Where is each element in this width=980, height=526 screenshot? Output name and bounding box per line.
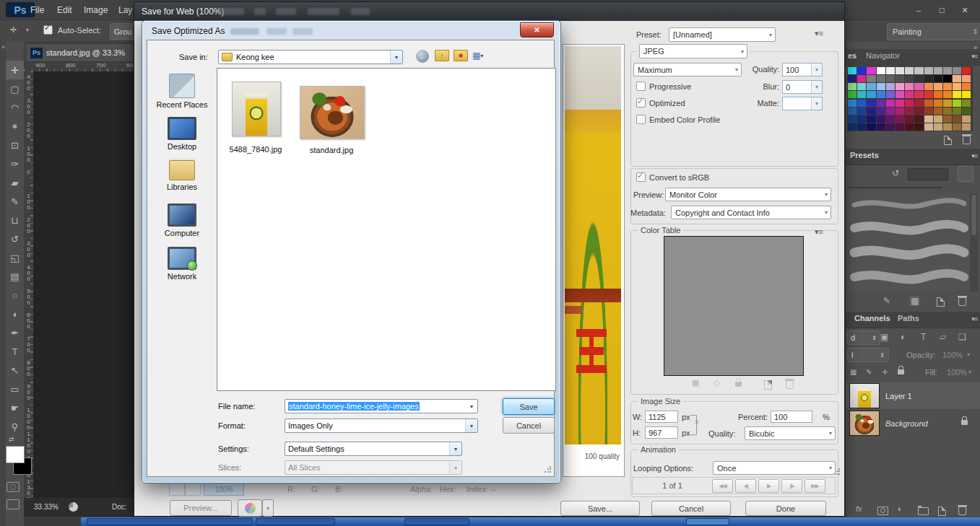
color-swatch[interactable] — [896, 108, 904, 115]
color-swatch[interactable] — [857, 108, 866, 115]
sidebar-item-network[interactable]: Network — [151, 247, 213, 281]
lock-transparency-icon[interactable]: ▦ — [850, 368, 857, 376]
slider-arrow-icon[interactable]: ▾ — [811, 97, 822, 110]
color-swatch[interactable] — [943, 83, 952, 90]
color-swatch[interactable] — [914, 100, 923, 107]
color-swatch[interactable] — [914, 108, 923, 115]
layer-name[interactable]: Background — [885, 419, 928, 428]
new-group-icon[interactable] — [918, 507, 929, 515]
color-swatch[interactable] — [924, 100, 933, 107]
color-swatch[interactable] — [857, 123, 866, 131]
dialog-cancel-button[interactable]: Cancel — [503, 417, 555, 434]
optimized-checkbox[interactable]: ✓ — [636, 98, 646, 108]
color-swatch[interactable] — [962, 115, 971, 123]
color-swatch[interactable] — [896, 83, 904, 90]
color-table-menu-icon[interactable]: ▾≡ — [815, 227, 823, 237]
file-list[interactable]: 5488_7840.jpg standard.jpg — [217, 68, 556, 391]
sidebar-item-desktop[interactable]: Desktop — [151, 117, 213, 151]
color-swatch[interactable] — [962, 100, 971, 107]
color-swatch[interactable] — [914, 75, 923, 82]
move-tool[interactable]: ✛ — [6, 61, 24, 79]
close-button[interactable]: ✕ — [955, 4, 974, 16]
looping-options-dropdown[interactable]: Once▾ — [713, 461, 836, 475]
tab-paths[interactable]: Paths — [898, 314, 919, 323]
new-folder-button[interactable]: ✱ — [454, 50, 468, 61]
color-swatch[interactable] — [896, 100, 904, 107]
color-swatch[interactable] — [905, 123, 914, 131]
color-swatch[interactable] — [953, 108, 961, 115]
color-swatch[interactable] — [953, 123, 961, 131]
color-swatch[interactable] — [934, 100, 942, 107]
color-swatch[interactable] — [953, 83, 961, 90]
sfw-cancel-button[interactable]: Cancel — [651, 501, 731, 516]
sidebar-item-libraries[interactable]: Libraries — [151, 160, 213, 191]
stroke-width-slider[interactable] — [849, 187, 942, 188]
lock-all-icon[interactable] — [898, 369, 904, 374]
color-swatch[interactable] — [943, 100, 952, 107]
color-swatch[interactable] — [896, 75, 904, 82]
color-swatch[interactable] — [905, 91, 914, 98]
format-dropdown[interactable]: Images Only ▾ — [285, 418, 478, 433]
color-swatch[interactable] — [867, 67, 875, 74]
color-swatch[interactable] — [914, 91, 923, 98]
blend-mode-dropdown[interactable]: l ⇕ — [847, 348, 889, 362]
auto-select-checkbox[interactable]: ✓ — [43, 25, 53, 35]
menu-image[interactable]: Image — [84, 5, 108, 15]
progressive-checkbox[interactable] — [636, 82, 646, 91]
height-field[interactable]: 967 — [645, 426, 678, 439]
file-thumbnail-5488[interactable] — [232, 82, 281, 136]
color-swatch[interactable] — [905, 75, 914, 82]
filter-image-icon[interactable]: ▣ — [880, 332, 888, 342]
color-swatch[interactable] — [962, 75, 971, 82]
compression-quality-dropdown[interactable]: Maximum▾ — [633, 63, 742, 76]
color-swatch[interactable] — [962, 91, 971, 98]
color-swatch[interactable] — [905, 83, 914, 90]
color-swatch[interactable] — [905, 67, 914, 74]
collapse-panel-icon[interactable]: » — [1, 43, 5, 51]
sidebar-item-computer[interactable]: Computer — [151, 203, 213, 237]
previous-frame-button[interactable]: ◀| — [735, 479, 756, 493]
color-swatch[interactable] — [848, 75, 857, 82]
color-swatch[interactable] — [924, 75, 933, 82]
layer-row-layer1[interactable]: Layer 1 — [846, 382, 980, 409]
color-swatch[interactable] — [953, 115, 961, 123]
color-swatch[interactable] — [934, 108, 942, 115]
zoom-tool[interactable]: ⚲ — [6, 417, 24, 436]
slider-arrow-icon[interactable]: ▾ — [811, 63, 822, 76]
color-swatch[interactable] — [905, 100, 914, 107]
filter-type-icon[interactable]: T — [921, 332, 926, 342]
color-swatch[interactable] — [867, 91, 875, 98]
quick-selection-tool[interactable]: ✶ — [6, 117, 24, 136]
brush-text-view-icon[interactable]: ▦ — [909, 296, 920, 306]
foreground-color-chip[interactable] — [6, 446, 25, 463]
color-swatch[interactable] — [943, 108, 952, 115]
lock-paint-icon[interactable]: ✎ — [866, 368, 872, 376]
color-swatch[interactable] — [962, 67, 971, 74]
fill-value[interactable]: 100% — [947, 368, 967, 377]
taskbar-button[interactable] — [686, 518, 729, 525]
metadata-dropdown[interactable]: Copyright and Contact Info▾ — [671, 206, 831, 219]
eyedropper-tool[interactable]: ✑ — [6, 154, 24, 173]
adjustment-layer-icon[interactable]: ◐ — [898, 504, 903, 513]
color-swatch[interactable] — [877, 75, 885, 82]
taskbar-button[interactable] — [87, 518, 253, 525]
tab-channels[interactable]: Channels — [854, 314, 890, 323]
sidebar-item-recent-places[interactable]: Recent Places — [151, 74, 213, 109]
color-swatch[interactable] — [934, 91, 942, 98]
brush-stroke-toggle-icon[interactable]: ✎ — [883, 296, 890, 306]
healing-brush-tool[interactable]: ▰ — [6, 173, 24, 192]
color-swatch[interactable] — [924, 108, 933, 115]
color-swatch[interactable] — [924, 83, 933, 90]
document-canvas[interactable] — [33, 71, 134, 498]
color-swatch[interactable] — [934, 83, 942, 90]
color-swatch[interactable] — [886, 75, 895, 82]
blur-field[interactable]: 0▾ — [782, 80, 823, 94]
color-swatch[interactable] — [962, 83, 971, 90]
up-one-level-button[interactable]: ↑ — [435, 50, 449, 61]
new-brush-icon[interactable] — [937, 297, 945, 307]
color-swatch[interactable] — [877, 108, 885, 115]
color-swatch[interactable] — [886, 100, 895, 107]
color-swatch[interactable] — [857, 100, 866, 107]
gradient-tool[interactable]: ▤ — [6, 267, 24, 286]
color-swatch[interactable] — [848, 108, 857, 115]
